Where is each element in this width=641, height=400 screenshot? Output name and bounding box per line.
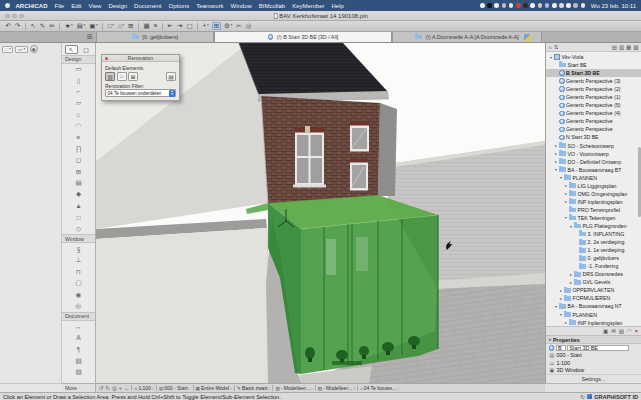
model-filter-combo[interactable]: ▦Entire Model↕: [196, 385, 232, 391]
menu-bimcollab[interactable]: BIMcollab: [255, 3, 288, 9]
scale-value[interactable]: 1:100: [557, 360, 571, 366]
tree-item[interactable]: PRO Terreinprofiel: [546, 206, 641, 214]
tree-item[interactable]: ▸INP Inplantingsplan: [546, 319, 641, 326]
menu-status-icon-6[interactable]: [523, 3, 528, 8]
view-id-field[interactable]: B: [556, 345, 566, 351]
new-elements-button[interactable]: ▨: [105, 72, 115, 81]
dimension-tool[interactable]: ↔: [62, 321, 95, 332]
marquee-tool[interactable]: ▢: [80, 45, 93, 54]
favorites-icon[interactable]: ★▾: [64, 23, 73, 30]
pan-icon[interactable]: +: [119, 385, 122, 391]
menu-view[interactable]: View: [85, 3, 105, 9]
menu-teamwork[interactable]: Teamwork: [193, 3, 227, 9]
renovation-palette-titlebar[interactable]: Renovation: [102, 55, 179, 62]
scale-combo[interactable]: ‹›1:100↕: [134, 385, 154, 391]
arrow-tool[interactable]: ↖: [65, 45, 78, 54]
menu-archicad[interactable]: ARCHICAD: [12, 3, 51, 9]
tree-item[interactable]: ▸FORMULIEREN: [546, 294, 641, 302]
worksheet-tool[interactable]: ▢: [62, 278, 95, 289]
tree-item[interactable]: ▸DO - Definitief Ontwerp: [546, 158, 641, 166]
renovation-palette[interactable]: Renovation Default Elements: ▨⌂⊠▤ Renova…: [101, 54, 180, 101]
menu-status-icon-12[interactable]: [566, 3, 571, 8]
window-type-value[interactable]: 3D Window: [557, 367, 585, 373]
existing-elements-button[interactable]: ⌂: [117, 72, 127, 81]
tree-item[interactable]: ▾Vkv-Viola: [546, 53, 641, 61]
elevation-tool[interactable]: ⊥: [62, 255, 95, 266]
transfer-settings-button[interactable]: ▤: [166, 72, 176, 81]
structure-display-icon[interactable]: ⌂▾: [117, 23, 124, 30]
menu-status-icon-9[interactable]: [545, 3, 550, 8]
view-name-field[interactable]: Start 3D BE: [567, 345, 629, 351]
tab-bar-extra-icon[interactable]: [524, 34, 531, 41]
menu-status-icon-0[interactable]: [480, 3, 485, 8]
toolbox-more-button[interactable]: More: [62, 383, 96, 392]
clone-folder-button[interactable]: ◠: [627, 328, 632, 334]
close-window-button[interactable]: [5, 14, 10, 19]
column-tool[interactable]: ▯: [62, 75, 95, 86]
tree-item[interactable]: ▾PLG Plattegronden: [546, 222, 641, 230]
zone-tool[interactable]: □: [62, 212, 95, 223]
tree-item[interactable]: B Start 3D BE: [546, 69, 641, 77]
tree-item[interactable]: 0. gelijkvloers: [546, 254, 641, 262]
pop-up-navigator-icon[interactable]: ⊞: [84, 32, 96, 42]
properties-header[interactable]: ▾ Properties: [546, 336, 641, 344]
fit-in-window-icon[interactable]: ↔: [124, 385, 129, 391]
tree-item[interactable]: Generic Perspective (4): [546, 109, 641, 117]
tab-0[interactable]: [0. gelijkvloers]: [96, 32, 214, 42]
palette-close-button[interactable]: [105, 57, 109, 61]
pin-icon[interactable]: ⇅: [554, 44, 559, 50]
curtain-wall-tool[interactable]: ▤: [62, 177, 95, 188]
wall-tool[interactable]: ▭: [62, 64, 95, 75]
apple-menu-icon[interactable]: [5, 3, 10, 8]
menu-window[interactable]: Window: [227, 3, 255, 9]
tree-item[interactable]: Generic Perspective (3): [546, 77, 641, 85]
beam-tool[interactable]: ⌐: [62, 86, 95, 97]
railing-tool[interactable]: ∏: [62, 143, 95, 154]
tree-item[interactable]: 2. 2e verdieping: [546, 238, 641, 246]
zoom-window-button[interactable]: [19, 14, 24, 19]
new-viewpoint-button[interactable]: ▣: [603, 328, 608, 334]
sync-icon[interactable]: ↻: [580, 394, 585, 400]
label-tool[interactable]: ¶: [62, 343, 95, 354]
redo-icon[interactable]: ↷: [14, 23, 20, 30]
menu-status-icon-10[interactable]: [552, 3, 557, 8]
menu-edit[interactable]: Edit: [68, 3, 85, 9]
tree-item[interactable]: ▾PLANNEN: [546, 174, 641, 182]
menu-status-icon-2[interactable]: [494, 3, 499, 8]
tab-1[interactable]: (!) B Start 3D BE [3D / All]: [214, 32, 392, 42]
menu-status-icon-5[interactable]: [516, 3, 521, 8]
mesh-tool[interactable]: ▲: [62, 200, 95, 211]
tree-item[interactable]: Generic Perspective (5): [546, 101, 641, 109]
minimize-window-button[interactable]: [12, 14, 17, 19]
new-folder-button[interactable]: ▤: [619, 328, 624, 334]
layout-book-button[interactable]: ▦: [626, 44, 631, 50]
trace-reference-combo[interactable]: ▭▾: [15, 46, 28, 53]
go-back-icon[interactable]: ⇤: [167, 23, 173, 30]
tree-item[interactable]: 1. 1e verdieping: [546, 246, 641, 254]
shell-tool[interactable]: ◠: [62, 120, 95, 131]
editing-plane-icon[interactable]: ⊞: [212, 22, 220, 31]
go-forward-icon[interactable]: ⇥: [176, 23, 182, 30]
menu-status-icon-1[interactable]: [487, 3, 492, 8]
tree-item[interactable]: Generic Perspective (2): [546, 85, 641, 93]
tree-item[interactable]: 3. INPLANTING: [546, 230, 641, 238]
demolished-elements-button[interactable]: ⊠: [128, 72, 138, 81]
tree-item[interactable]: N Start 3D BE: [546, 133, 641, 141]
cut-icon[interactable]: ✂: [236, 23, 242, 30]
section-tool[interactable]: §: [62, 243, 95, 254]
model-view-options-combo[interactable]: ▥- Modelleer...↕: [275, 385, 312, 391]
guide-lines-icon[interactable]: +▾: [202, 23, 209, 30]
renovation-filter-combo[interactable]: ⌂04 Te bouwe...↕: [360, 385, 399, 391]
tree-item[interactable]: ▸DRS Doorsnedes: [546, 270, 641, 278]
morph-tool[interactable]: ◆: [62, 189, 95, 200]
tree-item[interactable]: ▾BA - Bouwaanvraag BT: [546, 166, 641, 174]
menu-document[interactable]: Document: [131, 3, 165, 9]
menu-status-icon-8[interactable]: [538, 3, 543, 8]
viewport-3d[interactable]: Renovation Default Elements: ▨⌂⊠▤ Renova…: [96, 43, 545, 383]
menu-status-icon-14[interactable]: [581, 3, 586, 8]
tree-item[interactable]: ▸GVL Gevels: [546, 278, 641, 286]
fill-tool[interactable]: ▨: [62, 355, 95, 366]
gutter-round-button[interactable]: ◉: [30, 45, 38, 53]
zoom-icon[interactable]: ◎: [112, 385, 117, 391]
tree-item[interactable]: ▾TEK Tekeningen: [546, 214, 641, 222]
